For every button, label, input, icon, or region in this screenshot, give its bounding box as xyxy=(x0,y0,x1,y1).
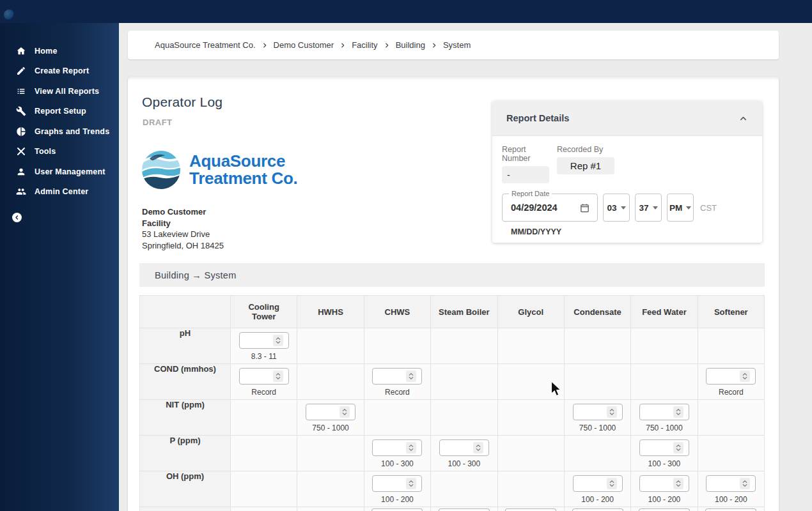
breadcrumb-item-aquasource-treatment-co[interactable]: AquaSource Treatment Co. xyxy=(155,40,256,50)
table-cell: Record xyxy=(231,364,297,400)
table-cell xyxy=(698,328,764,364)
report-number-input[interactable]: - xyxy=(502,166,549,183)
minute-select[interactable]: 37 xyxy=(635,194,662,222)
breadcrumb-card: AquaSource Treatment Co.Demo CustomerFac… xyxy=(128,31,779,59)
value-spinner[interactable] xyxy=(239,368,289,385)
value-spinner[interactable] xyxy=(639,439,689,456)
sidebar-item-user-management[interactable]: User Management xyxy=(0,162,119,182)
range-hint: 750 - 1000 xyxy=(565,423,630,432)
table-cell xyxy=(497,364,564,400)
table-cell: 750 - 1000 xyxy=(631,400,698,436)
row-label: P (ppm) xyxy=(140,436,231,471)
value-spinner[interactable] xyxy=(372,475,422,492)
column-header-softener: Softener xyxy=(698,296,764,328)
value-spinner[interactable] xyxy=(239,332,289,349)
value-spinner[interactable] xyxy=(505,508,556,511)
value-spinner[interactable] xyxy=(439,439,489,456)
table-cell: 8.3 - 11 xyxy=(231,328,297,364)
spinner-arrows-icon xyxy=(340,406,350,418)
breadcrumb: AquaSource Treatment Co.Demo CustomerFac… xyxy=(128,31,779,59)
value-spinner[interactable] xyxy=(372,439,422,456)
table-cell xyxy=(431,328,497,364)
table-cell xyxy=(631,328,698,364)
sidebar-item-admin-center[interactable]: Admin Center xyxy=(0,182,119,202)
log-table-body: pH8.3 - 11COND (mmhos)RecordRecordRecord… xyxy=(140,328,765,511)
spinner-arrows-icon xyxy=(406,478,416,489)
table-cell xyxy=(297,471,364,507)
breadcrumb-item-system[interactable]: System xyxy=(443,40,471,50)
sidebar-item-label: Home xyxy=(35,47,58,56)
recorded-by-input[interactable]: Rep #1 xyxy=(557,157,614,174)
spinner-arrows-icon xyxy=(673,442,683,454)
row-label xyxy=(140,507,231,511)
value-spinner[interactable] xyxy=(706,475,756,492)
chevron-up-icon[interactable] xyxy=(738,114,748,123)
sidebar: HomeCreate ReportView All ReportsReport … xyxy=(0,23,119,511)
range-hint: 100 - 300 xyxy=(631,459,697,468)
table-cell xyxy=(497,328,564,364)
hour-select[interactable]: 03 xyxy=(603,194,630,222)
address-line2: Springfield, OH 18425 xyxy=(142,240,224,252)
main-content: AquaSource Treatment Co.Demo CustomerFac… xyxy=(119,23,812,511)
table-cell xyxy=(297,364,364,400)
sidebar-collapse-button[interactable] xyxy=(12,213,22,222)
pie-chart-icon xyxy=(16,126,26,137)
sidebar-nav: HomeCreate ReportView All ReportsReport … xyxy=(0,23,119,202)
spinner-arrows-icon xyxy=(673,406,683,418)
value-spinner[interactable] xyxy=(572,508,623,511)
value-spinner[interactable] xyxy=(639,404,689,420)
sidebar-item-label: View All Reports xyxy=(35,87,99,96)
company-logo-icon xyxy=(141,149,182,190)
table-cell xyxy=(631,364,698,400)
table-cell xyxy=(231,436,297,471)
sidebar-item-view-all-reports[interactable]: View All Reports xyxy=(0,81,119,102)
report-details-panel: Report Details Report Number - Recorded … xyxy=(492,101,762,243)
value-spinner[interactable] xyxy=(439,508,490,511)
range-hint: 8.3 - 11 xyxy=(231,352,297,361)
sidebar-item-home[interactable]: Home xyxy=(0,41,119,61)
row-label: pH xyxy=(140,328,231,364)
calendar-icon[interactable] xyxy=(579,202,590,213)
customer-name: Demo Customer xyxy=(142,206,224,218)
report-date-input[interactable]: Report Date 04/29/2024 xyxy=(502,194,598,222)
table-row-ph: pH8.3 - 11 xyxy=(140,328,765,364)
value-spinner[interactable] xyxy=(306,404,355,420)
table-cell xyxy=(698,507,764,511)
value-spinner[interactable] xyxy=(705,508,756,511)
meridiem-select[interactable]: PM xyxy=(667,194,694,222)
sidebar-item-label: User Management xyxy=(35,167,105,176)
sidebar-item-tools[interactable]: Tools xyxy=(0,142,119,162)
customer-block: Demo Customer Facility 53 Lakeview Drive… xyxy=(142,206,224,251)
value-spinner[interactable] xyxy=(573,404,623,420)
spinner-arrows-icon xyxy=(406,442,416,454)
breadcrumb-item-demo-customer[interactable]: Demo Customer xyxy=(274,40,334,50)
range-hint: 100 - 300 xyxy=(431,459,497,468)
table-cell xyxy=(231,400,297,436)
dropdown-caret-icon xyxy=(653,206,658,210)
page-title: Operator Log xyxy=(142,95,223,110)
value-spinner[interactable] xyxy=(706,368,756,385)
sidebar-item-report-setup[interactable]: Report Setup xyxy=(0,102,119,122)
spinner-arrows-icon xyxy=(607,406,617,418)
table-cell xyxy=(497,436,564,471)
value-spinner[interactable] xyxy=(371,508,423,511)
table-cell: 100 - 300 xyxy=(631,436,698,471)
table-cell: 100 - 200 xyxy=(364,471,430,507)
row-label: OH (ppm) xyxy=(140,471,231,507)
report-card: Operator Log DRAFT AquaSource xyxy=(128,77,779,511)
home-icon xyxy=(16,46,26,56)
value-spinner[interactable] xyxy=(372,368,422,385)
range-hint: 750 - 1000 xyxy=(631,423,697,432)
facility-name: Facility xyxy=(142,218,224,229)
value-spinner[interactable] xyxy=(573,475,623,492)
table-cell: 100 - 200 xyxy=(698,471,764,507)
value-spinner[interactable] xyxy=(639,508,690,511)
hour-value: 03 xyxy=(607,203,616,213)
value-spinner[interactable] xyxy=(639,475,689,492)
breadcrumb-item-facility[interactable]: Facility xyxy=(352,40,377,50)
sidebar-item-create-report[interactable]: Create Report xyxy=(0,61,119,82)
report-status-badge: DRAFT xyxy=(143,118,173,127)
sidebar-item-graphs-and-trends[interactable]: Graphs and Trends xyxy=(0,121,119,142)
breadcrumb-item-building[interactable]: Building xyxy=(396,40,425,50)
range-hint: Record xyxy=(231,388,297,397)
